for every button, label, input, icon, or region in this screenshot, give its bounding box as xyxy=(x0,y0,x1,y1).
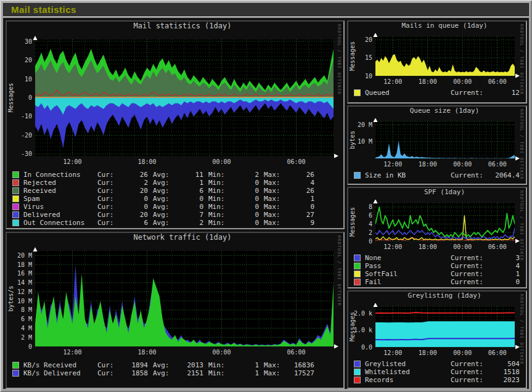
legend-stat-value: 2 xyxy=(175,219,203,227)
legend-stat-value: 504 xyxy=(490,360,520,368)
legend-stat-value: 6 xyxy=(175,187,203,195)
legend-stat: Max:9 xyxy=(264,219,314,227)
legend-label: Rejected xyxy=(23,179,92,187)
x-tick-label: 12:00 xyxy=(63,158,81,165)
legend-stat-value: 3 xyxy=(490,254,520,262)
legend-row: GreylistedCurrent:504 xyxy=(348,360,526,368)
legend-swatch xyxy=(12,179,19,186)
legend-stat-value: 26 xyxy=(286,171,314,179)
legend-row: Out ConnectionsCur:6Avg:2Min:0Max:9 xyxy=(7,219,343,227)
legend-stat: Avg:6 xyxy=(153,187,203,195)
y-tick-label: 6 xyxy=(369,212,372,219)
legend-stat-key: Avg: xyxy=(153,219,175,227)
y-axis-label: Messages xyxy=(7,83,14,112)
legend-stat-key: Avg: xyxy=(153,369,175,377)
legend-label: KB/s Received xyxy=(23,361,92,369)
legend-stat: Min:1 xyxy=(208,369,259,377)
legend-label: Virus xyxy=(23,203,92,211)
y-tick-label: -30 xyxy=(21,150,32,157)
y-tick-label: 0.0 xyxy=(361,344,372,351)
legend-swatch xyxy=(354,271,361,277)
y-tick-label: 16 M xyxy=(17,270,32,277)
y-tick-label: -20 xyxy=(21,132,32,139)
y-tick-label: 10 xyxy=(25,76,32,83)
y-axis-label: Messages xyxy=(349,312,356,341)
rrdtool-watermark: RRDTOOL / TOBI OETIKER xyxy=(519,190,524,261)
x-tick-label: 12:00 xyxy=(383,243,402,250)
legend-stat-key: Current: xyxy=(451,254,490,262)
legend-stat-value: 1894 xyxy=(120,361,148,369)
legend-label: Delivered xyxy=(23,211,92,219)
x-tick-label: 18:00 xyxy=(419,349,437,356)
legend-stat-key: Min: xyxy=(208,211,231,219)
legend-stat: Avg:2013 xyxy=(153,361,203,369)
legend-label: KB/s Delivered xyxy=(23,369,92,377)
chart-mail: -30-20-10010203012:0018:0000:0006:00Mess… xyxy=(7,35,343,168)
window-titlebar[interactable]: Mail statistics xyxy=(3,3,529,16)
legend-stat-value: 0 xyxy=(231,211,259,219)
y-tick-label: 0 xyxy=(369,238,372,245)
legend-stat-value: 0 xyxy=(231,219,259,227)
legend-stat-value: 2064.4 xyxy=(490,171,520,179)
legend-row: In ConnectionsCur:26Avg:11Min:2Max:26 xyxy=(7,171,343,179)
legend-label: Greylisted xyxy=(365,360,451,368)
legend-stat-value: 7 xyxy=(175,211,203,219)
x-tick-label: 00:00 xyxy=(212,158,231,165)
legend-stat-value: 0 xyxy=(286,203,314,211)
legend-stat: Min:1 xyxy=(208,361,259,369)
y-axis-arrow-icon xyxy=(374,200,378,203)
y-axis-arrow-icon xyxy=(33,247,38,251)
legend-stat-key: Cur: xyxy=(97,369,120,377)
legend-stat-key: Avg: xyxy=(153,361,175,369)
legend-stat: Min:0 xyxy=(208,203,259,211)
legend-stat-value: 1 xyxy=(231,369,259,377)
legend-stat-key: Min: xyxy=(208,219,231,227)
legend-stat-value: 0 xyxy=(175,203,203,211)
x-tick-label: 00:00 xyxy=(212,349,231,356)
legend-stat-key: Max: xyxy=(264,361,286,369)
legend-stat-key: Min: xyxy=(208,179,231,187)
legend-stat: Min:0 xyxy=(208,195,259,203)
chart-title: Queue size (1day) xyxy=(348,107,526,118)
y-tick-label: 12 M xyxy=(17,288,32,295)
legend-row: ReceivedCur:20Avg:6Min:0Max:26 xyxy=(7,187,343,195)
chart-legend: GreylistedCurrent:504WhitelistedCurrent:… xyxy=(348,360,526,384)
legend-stat-key: Cur: xyxy=(97,179,120,187)
legend-label: Out Connections xyxy=(23,219,92,227)
legend-stat-key: Current: xyxy=(451,360,490,368)
legend-label: Received xyxy=(23,187,92,195)
y-tick-label: 10 M xyxy=(17,298,32,304)
legend-swatch xyxy=(354,361,361,367)
legend-stat-value: 16836 xyxy=(286,361,314,369)
y-axis-label: bytes/s xyxy=(7,285,14,311)
legend-stat-key: Current: xyxy=(451,270,490,278)
chart-title: Network traffic (1day) xyxy=(7,233,343,247)
y-tick-label: 18 M xyxy=(17,261,32,268)
legend-stat-value: 26 xyxy=(120,171,148,179)
x-tick-label: 00:00 xyxy=(453,349,472,356)
x-tick-label: 00:00 xyxy=(453,243,472,250)
legend-swatch xyxy=(12,370,19,377)
legend-stat-key: Min: xyxy=(208,187,231,195)
legend-stat-key: Max: xyxy=(264,219,286,227)
legend-stat: Avg:0 xyxy=(153,203,203,211)
mail-statistics-window: Mail statistics Mail statistics (1day)-3… xyxy=(0,0,532,392)
legend-swatch xyxy=(354,369,361,375)
y-tick-label: 10 xyxy=(365,73,372,80)
legend-stat-key: Current: xyxy=(451,262,490,270)
legend-stat: Cur:2 xyxy=(97,179,148,187)
legend-label: Queued xyxy=(365,89,451,97)
panel-mail-statistics: Mail statistics (1day)-30-20-10010203012… xyxy=(6,20,345,229)
chart-grey: 0.01.0 k2.0 k12:0018:0000:0006:00Message… xyxy=(348,303,526,357)
rrdtool-watermark: RRDTOOL / TOBI OETIKER xyxy=(337,235,342,306)
legend-stat: Max:0 xyxy=(264,203,314,211)
chart-legend: KB/s ReceivedCur:1894Avg:2013Min:1Max:16… xyxy=(7,361,343,377)
legend-label: None xyxy=(365,254,451,262)
legend-stat-key: Max: xyxy=(264,211,286,219)
legend-stat-value: 1 xyxy=(231,361,259,369)
legend-swatch xyxy=(12,187,19,194)
legend-swatch xyxy=(354,279,361,285)
legend-stat-key: Avg: xyxy=(153,171,175,179)
legend-stat: Avg:11 xyxy=(153,171,203,179)
legend-stat-key: Min: xyxy=(208,203,231,211)
